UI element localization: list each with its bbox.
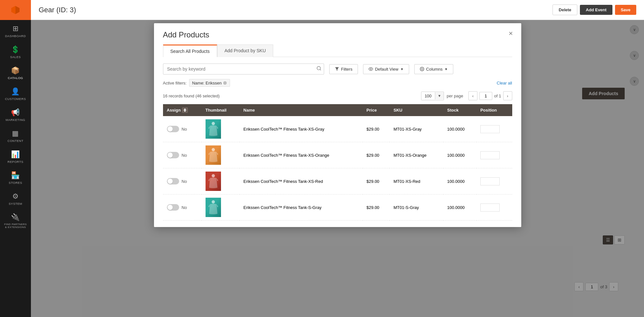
name-cell: Erikssen CoolTech™ Fitness Tank-S-Gray bbox=[240, 194, 363, 221]
sidebar-item-dashboard-label: DASHBOARD bbox=[5, 34, 26, 38]
svg-line-4 bbox=[320, 69, 321, 70]
svg-point-10 bbox=[212, 200, 215, 203]
stock-cell: 100.0000 bbox=[443, 194, 476, 221]
tab-add-by-sku[interactable]: Add Product by SKU bbox=[217, 45, 273, 57]
col-name: Name bbox=[240, 104, 363, 116]
assign-toggle[interactable] bbox=[167, 204, 179, 211]
name-cell: Erikssen CoolTech™ Fitness Tank-XS-Gray bbox=[240, 116, 363, 142]
col-stock: Stock bbox=[443, 104, 476, 116]
sidebar-item-stores[interactable]: 🏪 STORES bbox=[0, 167, 31, 188]
current-page-input[interactable] bbox=[479, 92, 492, 100]
delete-button[interactable]: Delete bbox=[553, 5, 577, 15]
sidebar-logo[interactable] bbox=[0, 0, 31, 20]
sidebar-item-stores-label: STORES bbox=[9, 181, 22, 184]
sidebar-item-sales[interactable]: 💲 SALES bbox=[0, 41, 31, 62]
assign-sort-arrows[interactable] bbox=[182, 107, 188, 113]
product-rows: No Erikssen CoolTech™ Fitness Tank-XS-Gr… bbox=[163, 116, 512, 221]
assign-label: No bbox=[182, 127, 187, 132]
per-page-input-wrap: 100 ▼ bbox=[421, 92, 444, 100]
price-cell: $29.00 bbox=[363, 168, 390, 194]
add-event-button[interactable]: Add Event bbox=[580, 5, 612, 15]
save-button[interactable]: Save bbox=[615, 5, 636, 15]
content-icon: ▦ bbox=[12, 129, 19, 138]
assign-toggle[interactable] bbox=[167, 126, 179, 132]
add-products-modal: Add Products × Search All Products Add P… bbox=[154, 23, 521, 227]
sidebar-item-reports[interactable]: 📊 REPORTS bbox=[0, 146, 31, 167]
thumbnail-cell bbox=[202, 194, 240, 221]
price-cell: $29.00 bbox=[363, 142, 390, 168]
assign-cell: No bbox=[163, 116, 202, 142]
dashboard-icon: ⊞ bbox=[13, 25, 19, 33]
filter-icon bbox=[335, 67, 339, 71]
next-page-button[interactable]: › bbox=[503, 91, 512, 100]
modal-overlay: Add Products × Search All Products Add P… bbox=[31, 20, 644, 317]
filter-tag-value: Name: Erikssen bbox=[192, 81, 222, 85]
thumbnail-cell bbox=[202, 116, 240, 142]
sidebar-item-dashboard[interactable]: ⊞ DASHBOARD bbox=[0, 20, 31, 41]
sidebar-item-catalog-label: CATALOG bbox=[8, 76, 23, 80]
default-view-button[interactable]: Default View ▼ bbox=[363, 64, 409, 74]
sidebar-item-customers[interactable]: 👤 CUSTOMERS bbox=[0, 83, 31, 104]
sidebar-item-content[interactable]: ▦ CONTENT bbox=[0, 125, 31, 146]
search-button[interactable] bbox=[316, 66, 322, 72]
assign-label: No bbox=[182, 179, 187, 184]
sidebar-item-system[interactable]: ⚙ SYSTEM bbox=[0, 188, 31, 209]
page-title: Gear (ID: 3) bbox=[39, 6, 553, 14]
pagination-row: 16 records found (46 selected) 100 ▼ per… bbox=[163, 91, 512, 100]
col-price: Price bbox=[363, 104, 390, 116]
sidebar-item-find-partners[interactable]: 🔌 FIND PARTNERS& EXTENSIONS bbox=[0, 209, 31, 232]
position-input[interactable] bbox=[480, 125, 500, 133]
modal-body: Filters Default View ▼ bbox=[154, 57, 521, 227]
search-input[interactable] bbox=[163, 64, 324, 74]
columns-button[interactable]: Columns ▼ bbox=[414, 64, 453, 74]
sidebar-item-sales-label: SALES bbox=[10, 55, 21, 59]
assign-header-label: Assign bbox=[167, 108, 181, 113]
columns-icon bbox=[420, 67, 424, 71]
assign-cell: No bbox=[163, 194, 202, 221]
assign-toggle[interactable] bbox=[167, 178, 179, 184]
search-input-wrap bbox=[163, 64, 324, 74]
sidebar-item-catalog[interactable]: 📦 CATALOG bbox=[0, 62, 31, 83]
sku-cell: MT01-XS-Red bbox=[389, 168, 443, 194]
modal-close-button[interactable]: × bbox=[506, 28, 516, 39]
sidebar-item-system-label: SYSTEM bbox=[9, 202, 22, 205]
prev-page-button[interactable]: ‹ bbox=[468, 91, 477, 100]
position-input[interactable] bbox=[480, 203, 500, 212]
sidebar-item-marketing[interactable]: 📢 MARKETING bbox=[0, 104, 31, 125]
filters-label: Filters bbox=[341, 67, 352, 72]
svg-point-9 bbox=[212, 174, 215, 177]
products-table: Assign Thumbnail Name Price bbox=[163, 104, 512, 221]
svg-point-3 bbox=[317, 66, 321, 70]
find-partners-icon: 🔌 bbox=[11, 213, 20, 222]
main-content: Gear (ID: 3) Delete Add Event Save ∨ ∨ ∨… bbox=[31, 0, 644, 317]
stock-cell: 100.0000 bbox=[443, 168, 476, 194]
columns-label: Columns bbox=[426, 67, 443, 72]
svg-point-7 bbox=[212, 122, 215, 125]
sku-cell: MT01-XS-Gray bbox=[389, 116, 443, 142]
stock-cell: 100.0000 bbox=[443, 142, 476, 168]
sort-asc-icon[interactable] bbox=[184, 108, 186, 110]
price-cell: $29.00 bbox=[363, 194, 390, 221]
sidebar-item-marketing-label: MARKETING bbox=[6, 118, 25, 122]
clear-all-link[interactable]: Clear all bbox=[497, 81, 512, 85]
position-cell bbox=[476, 168, 512, 194]
per-page-select: 100 ▼ per page bbox=[421, 92, 463, 100]
sidebar-item-reports-label: REPORTS bbox=[7, 160, 23, 163]
position-input[interactable] bbox=[480, 151, 500, 159]
page-nav: ‹ of 1 › bbox=[468, 91, 512, 100]
sort-desc-icon[interactable] bbox=[184, 110, 186, 112]
position-input[interactable] bbox=[480, 177, 500, 185]
modal-title: Add Products bbox=[163, 30, 512, 39]
assign-label: No bbox=[182, 153, 187, 158]
stock-cell: 100.0000 bbox=[443, 116, 476, 142]
assign-toggle[interactable] bbox=[167, 152, 179, 158]
filter-tag-remove-button[interactable]: ⊗ bbox=[223, 80, 227, 86]
tab-search-all-products[interactable]: Search All Products bbox=[163, 45, 217, 57]
per-page-arrow-button[interactable]: ▼ bbox=[435, 92, 444, 99]
col-position: Position bbox=[476, 104, 512, 116]
assign-cell: No bbox=[163, 142, 202, 168]
sidebar-item-content-label: CONTENT bbox=[7, 139, 23, 143]
topbar-actions: Delete Add Event Save bbox=[553, 5, 636, 15]
filters-button[interactable]: Filters bbox=[329, 64, 358, 74]
system-icon: ⚙ bbox=[12, 192, 19, 201]
